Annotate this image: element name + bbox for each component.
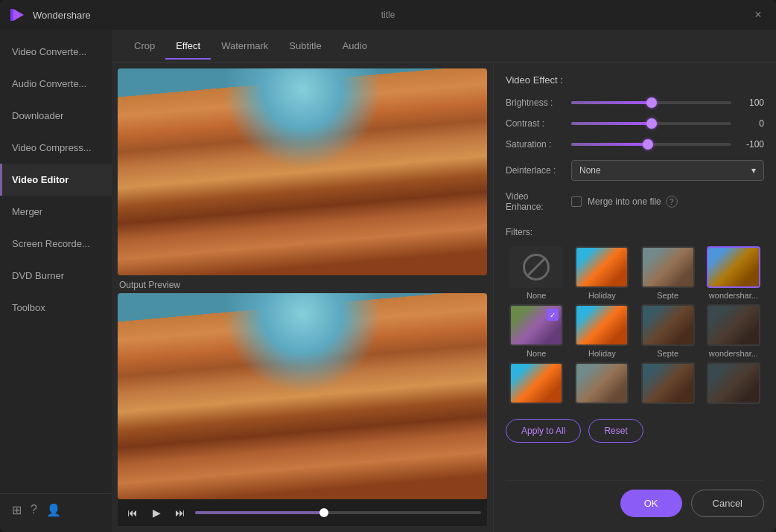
filter-name-wondershar-1: wondershar... [709, 291, 758, 300]
filter-row3-d[interactable] [703, 362, 764, 407]
no-symbol-icon [523, 254, 550, 281]
brightness-thumb[interactable] [646, 97, 657, 108]
progress-fill [195, 511, 324, 514]
filter-holiday-1[interactable]: Holiday [571, 246, 632, 300]
next-frame-button[interactable]: ⏭ [171, 504, 189, 522]
tab-audio[interactable]: Audio [332, 33, 378, 59]
reset-button[interactable]: Reset [588, 419, 643, 443]
svg-marker-1 [10, 9, 13, 21]
filter-thumb-septe-2 [641, 304, 695, 346]
tab-watermark[interactable]: Watermark [211, 33, 279, 59]
filter-image-row3d [708, 364, 759, 403]
sidebar-help-icon[interactable]: ? [31, 503, 37, 517]
contrast-row: Contrast : 0 [506, 118, 764, 129]
filter-thumb-row3b [575, 362, 629, 404]
sidebar-account-icon[interactable]: 👤 [46, 503, 61, 517]
help-icon[interactable]: ? [666, 196, 678, 208]
filters-title: Filters: [506, 227, 764, 237]
main-layout: Video Converte... Audio Converte... Down… [0, 30, 776, 532]
sidebar-item-video-converter[interactable]: Video Converte... [0, 36, 112, 68]
filter-name-holiday-1: Holiday [588, 291, 616, 300]
sidebar-item-downloader[interactable]: Downloader [0, 100, 112, 132]
merge-label: Merge into one file [588, 196, 661, 207]
tab-bar: Crop Effect Watermark Subtitle Audio [112, 30, 776, 63]
saturation-fill [571, 143, 648, 146]
right-panel-inner: Video Effect : Brightness : 100 [506, 74, 764, 520]
progress-bar[interactable] [195, 511, 481, 514]
sidebar-item-video-compressor[interactable]: Video Compress... [0, 132, 112, 164]
filter-image-holiday-2 [576, 306, 627, 344]
enhance-checkbox[interactable] [571, 196, 582, 207]
filter-thumb-none-1 [509, 246, 563, 288]
filter-none-1[interactable]: None [506, 246, 567, 300]
filter-image-septe-1 [643, 248, 693, 286]
logo-area: Wondershare [9, 6, 91, 24]
contrast-thumb[interactable] [646, 118, 657, 129]
filter-image-row3c [643, 364, 693, 403]
play-button[interactable]: ▶ [147, 504, 165, 522]
sidebar-item-merger[interactable]: Merger [0, 196, 112, 228]
action-buttons: OK Cancel [506, 480, 764, 520]
filter-thumb-wondershar-1 [707, 246, 760, 288]
sidebar-item-dvd-burner[interactable]: DVD Burner [0, 260, 112, 292]
filter-wondershar-1[interactable]: wondershar... [703, 246, 764, 300]
filter-thumb-row3d [707, 362, 760, 404]
apply-to-all-button[interactable]: Apply to All [506, 419, 581, 443]
filter-septe-2[interactable]: Septe [637, 304, 699, 358]
right-panel: Video Effect : Brightness : 100 [493, 63, 776, 532]
preview-top [118, 68, 487, 275]
filter-none-2[interactable]: ✓ None [506, 304, 567, 358]
filter-row3-b[interactable] [571, 362, 632, 407]
tab-effect[interactable]: Effect [165, 33, 211, 59]
output-preview-label: Output Preview [118, 275, 487, 293]
filter-holiday-2[interactable]: Holiday [571, 304, 632, 358]
filter-name-septe-2: Septe [657, 349, 678, 358]
app-logo-icon [9, 6, 27, 24]
active-indicator [0, 164, 2, 196]
preview-image-bottom [118, 293, 487, 500]
filter-thumb-row3a [509, 362, 563, 404]
content-area: Output Preview ⏮ ▶ ⏭ [112, 63, 776, 532]
brightness-fill [571, 101, 652, 104]
tab-crop[interactable]: Crop [124, 33, 165, 59]
deinterlace-select[interactable]: None ▾ [571, 160, 764, 181]
filter-checkmark: ✓ [547, 309, 559, 321]
contrast-slider[interactable] [571, 122, 731, 125]
tab-subtitle[interactable]: Subtitle [279, 33, 331, 59]
filter-row3-a[interactable] [506, 362, 567, 407]
saturation-slider[interactable] [571, 143, 731, 146]
filter-image-partial [708, 306, 759, 344]
brightness-slider[interactable] [571, 101, 731, 104]
sidebar-item-toolbox[interactable]: Toolbox [0, 292, 112, 324]
preview-image-top [118, 68, 487, 275]
ok-button[interactable]: OK [620, 490, 682, 517]
filter-name-none-2: None [527, 349, 546, 358]
sidebar-item-audio-converter[interactable]: Audio Converte... [0, 68, 112, 100]
filter-septe-1[interactable]: Septe [637, 246, 699, 300]
filter-name-septe-1: Septe [657, 291, 678, 300]
filter-wondershar-2[interactable]: wondershar... [703, 304, 764, 358]
bottom-buttons: Apply to All Reset [506, 419, 764, 443]
brightness-label: Brightness : [506, 97, 565, 108]
filter-name-wondershar-2: wondershar... [709, 349, 758, 358]
title-bar: Wondershare title × [0, 0, 776, 30]
sidebar-item-screen-recorder[interactable]: Screen Recorde... [0, 228, 112, 260]
saturation-label: Saturation : [506, 139, 565, 150]
filter-name-none-1: None [527, 291, 546, 300]
progress-thumb[interactable] [319, 508, 328, 517]
close-button[interactable]: × [749, 6, 767, 24]
sidebar-layout-icon[interactable]: ⊞ [12, 503, 22, 517]
deinterlace-value: None [579, 165, 601, 176]
cancel-button[interactable]: Cancel [691, 490, 764, 517]
filter-image-row3b [576, 364, 627, 403]
sidebar-item-video-editor[interactable]: Video Editor [0, 164, 112, 196]
filters-grid: None Holiday [506, 246, 764, 407]
contrast-value: 0 [737, 118, 764, 129]
filter-thumb-wondershar-2 [707, 304, 760, 346]
filter-row3-c[interactable] [637, 362, 699, 407]
brightness-row: Brightness : 100 [506, 97, 764, 108]
brightness-value: 100 [737, 97, 764, 108]
saturation-thumb[interactable] [643, 139, 653, 150]
deinterlace-label: Deinterlace : [506, 165, 565, 176]
prev-frame-button[interactable]: ⏮ [124, 504, 141, 522]
